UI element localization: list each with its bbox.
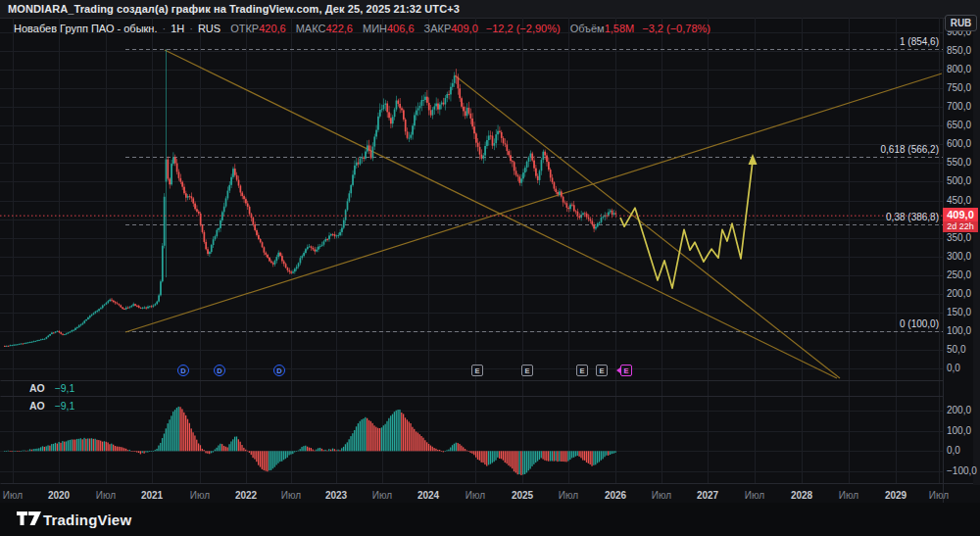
- time-tick-year: 2024: [417, 490, 439, 501]
- tradingview-chart-screenshot: MONDIARA_Trading создал(а) график на Tra…: [0, 0, 980, 536]
- bar-countdown-badge: 2d 22h: [943, 221, 978, 232]
- time-tick-month: Июл: [281, 490, 301, 501]
- time-tick-month: Июл: [372, 490, 392, 501]
- high-value: 422,6: [325, 23, 353, 34]
- symbol-legend: Новабев Групп ПАО - обыкн. · 1Н · RUS ОТ…: [14, 22, 710, 35]
- tradingview-logo-icon[interactable]: [17, 511, 42, 528]
- time-tick-year: 2027: [697, 490, 718, 501]
- time-tick-month: Июл: [466, 490, 485, 501]
- time-tick-year: 2028: [791, 490, 812, 501]
- dividend-marker[interactable]: D: [177, 365, 189, 376]
- dividend-marker[interactable]: D: [273, 365, 285, 376]
- price-tick-label: 550,0: [947, 157, 971, 168]
- price-tick-label: 500,0: [947, 175, 971, 186]
- pane-borders: [1, 19, 980, 504]
- price-tick-label: 700,0: [947, 101, 971, 112]
- projection-path[interactable]: [620, 161, 753, 288]
- time-tick-month: Июл: [745, 490, 764, 501]
- price-tick-label: 0,0: [947, 363, 960, 373]
- low-label: МИН: [363, 23, 387, 34]
- price-tick-label: 100,0: [947, 325, 971, 336]
- ao-histogram: [4, 407, 616, 475]
- price-badge: 409,0 2d 22h: [943, 208, 978, 232]
- price-axis-gutter: [973, 18, 980, 485]
- earnings-marker[interactable]: E: [521, 365, 533, 376]
- legend-separator: ·: [163, 23, 167, 34]
- time-tick-year: 2029: [885, 490, 906, 501]
- price-tick-label: 150,0: [947, 307, 971, 317]
- time-tick-month: Июл: [652, 490, 671, 501]
- ao-pane-legend[interactable]: АО −9,1: [29, 400, 74, 412]
- symbol-title[interactable]: Новабев Групп ПАО - обыкн.: [14, 23, 158, 34]
- close-value: 409,0: [451, 23, 478, 34]
- dividend-marker[interactable]: D: [214, 365, 225, 376]
- price-tick-label: 450,0: [947, 195, 971, 206]
- chart-svg[interactable]: [0, 0, 980, 536]
- fib-label: 0,618 (566,2): [821, 144, 939, 155]
- open-value: 420,6: [259, 23, 286, 34]
- legend-separator: ·: [189, 23, 193, 34]
- trendline-descending-from-2021-peak[interactable]: [165, 50, 837, 378]
- time-tick-year: 2026: [605, 490, 626, 501]
- upcoming-arrow-icon: [616, 367, 620, 373]
- earnings-marker[interactable]: E: [576, 365, 588, 376]
- high-label: МАКС: [296, 23, 326, 34]
- time-tick-month: Июл: [190, 490, 210, 501]
- price-tick-label: 850,0: [947, 45, 971, 56]
- time-tick-year: 2021: [141, 490, 163, 501]
- time-tick-year: 2022: [235, 490, 257, 501]
- ao-name: АО: [29, 382, 45, 394]
- price-tick-label: 350,0: [947, 232, 971, 243]
- trendline-descending-from-2024-peak[interactable]: [455, 75, 840, 378]
- last-price-badge: 409,0: [943, 208, 978, 221]
- tradingview-wordmark[interactable]: TradingView: [43, 512, 131, 528]
- volume-change: −3,2 (−0,78%): [642, 23, 710, 34]
- close-label: ЗАКР: [424, 23, 452, 34]
- fib-retracement-lines[interactable]: [125, 50, 943, 332]
- ao-name: АО: [29, 400, 45, 412]
- price-tick-label: 750,0: [947, 82, 971, 93]
- projection-arrowhead: [749, 154, 758, 165]
- footer-bar: TradingView: [0, 503, 980, 536]
- interval-label[interactable]: 1Н: [171, 23, 184, 34]
- low-value: 406,6: [387, 23, 415, 34]
- fib-label: 0,38 (386,8): [821, 212, 939, 222]
- ao-tick-label: 0,0: [947, 445, 960, 456]
- price-tick-label: 300,0: [947, 251, 971, 262]
- ao-tick-label: −100,0: [947, 465, 977, 476]
- earnings-marker[interactable]: E: [471, 365, 483, 376]
- volume-label: Объём: [570, 23, 605, 34]
- price-tick-label: 800,0: [947, 64, 971, 74]
- time-tick-year: 2020: [48, 490, 70, 501]
- open-label: ОТКР: [230, 23, 259, 34]
- fib-label: 0 (100,0): [821, 318, 939, 329]
- time-tick-month: Июл: [3, 490, 23, 501]
- ao-value: −9,1: [55, 400, 75, 412]
- ao-pane-legend-collapsed[interactable]: АО −9,1: [29, 382, 74, 394]
- price-tick-label: 250,0: [947, 269, 971, 280]
- exchange-label: RUS: [198, 23, 220, 34]
- time-tick-month: Июл: [559, 490, 578, 501]
- grid-layer: [0, 18, 943, 483]
- currency-button[interactable]: RUB: [945, 15, 977, 31]
- candles-layer: [4, 49, 616, 347]
- earnings-marker[interactable]: E: [596, 365, 608, 376]
- volume-value: 1,58М: [605, 23, 635, 34]
- ao-tick-label: 100,0: [947, 425, 971, 436]
- time-tick-month: Июл: [96, 490, 116, 501]
- change-value: −12,2 (−2,90%): [486, 23, 561, 34]
- fib-label: 1 (854,6): [821, 36, 939, 47]
- time-tick-year: 2025: [512, 490, 533, 501]
- price-tick-label: 50,0: [947, 344, 965, 355]
- price-tick-label: 200,0: [947, 288, 971, 299]
- price-tick-label: 650,0: [947, 120, 971, 130]
- ao-value: −9,1: [55, 382, 75, 394]
- time-tick-year: 2023: [325, 490, 347, 501]
- ao-tick-label: 200,0: [947, 405, 971, 415]
- chart-canvas[interactable]: [0, 0, 980, 536]
- time-tick-month: Июл: [839, 490, 858, 501]
- time-tick-month: Июл: [929, 490, 949, 501]
- price-tick-label: 600,0: [947, 138, 971, 149]
- upcoming-earnings-marker[interactable]: E: [620, 365, 632, 376]
